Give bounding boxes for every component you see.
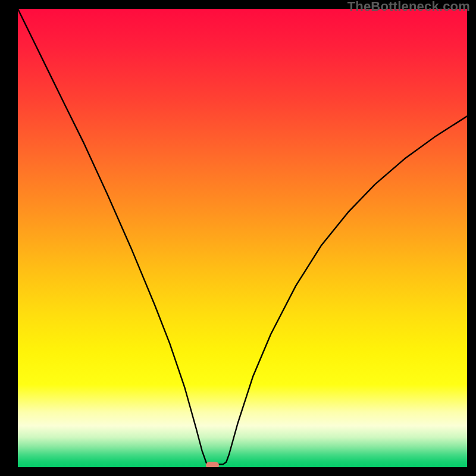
bottleneck-curve [18,9,467,467]
chart-frame: TheBottleneck.com [0,0,476,476]
balance-marker [206,462,219,467]
watermark-text: TheBottleneck.com [347,0,470,14]
plot-area [18,9,467,467]
